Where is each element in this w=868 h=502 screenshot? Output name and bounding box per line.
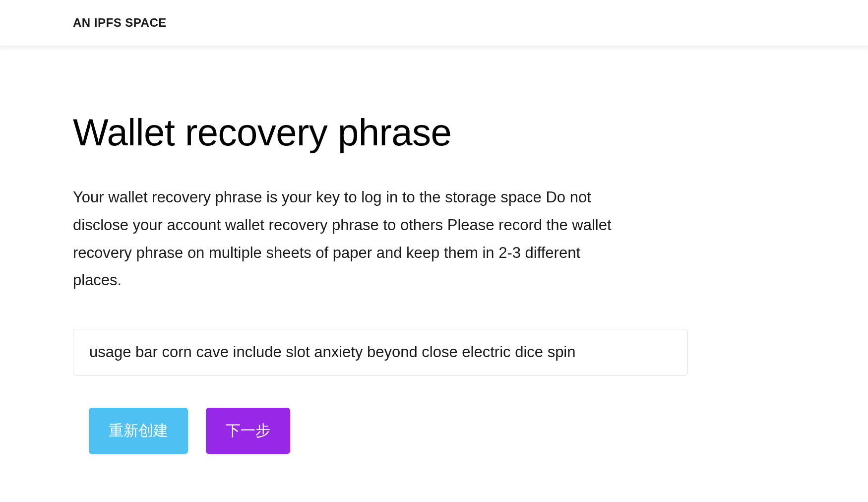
next-button[interactable]: 下一步 <box>206 408 290 454</box>
description-text: Your wallet recovery phrase is your key … <box>73 184 619 294</box>
header-title: AN IPFS SPACE <box>73 16 868 30</box>
header: AN IPFS SPACE <box>0 0 868 46</box>
button-row: 重新创建 下一步 <box>73 408 795 454</box>
recovery-phrase-box: usage bar corn cave include slot anxiety… <box>73 329 688 376</box>
page-title: Wallet recovery phrase <box>73 111 795 154</box>
recreate-button[interactable]: 重新创建 <box>89 408 188 454</box>
main-content: Wallet recovery phrase Your wallet recov… <box>0 46 868 454</box>
